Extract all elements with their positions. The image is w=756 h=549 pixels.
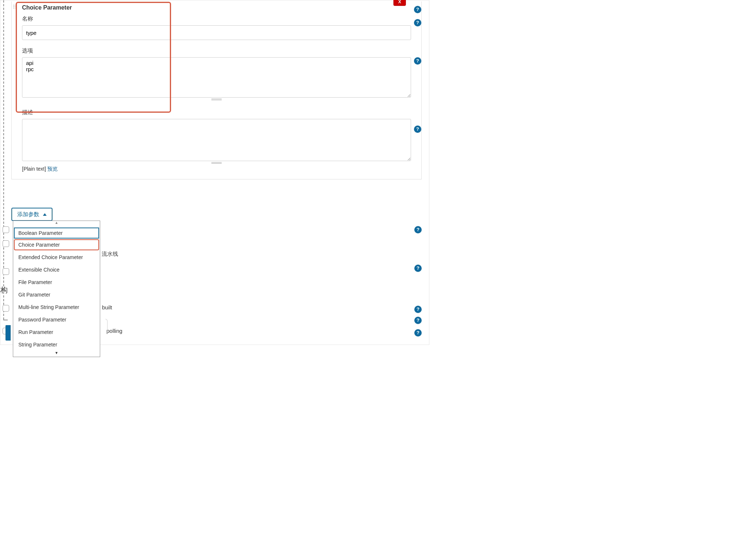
name-input[interactable]	[22, 25, 411, 40]
panel-inner: ? ? ? ? Choice Parameter 名称 选项 描述 [Plain…	[12, 1, 421, 179]
dropdown-item-git-parameter[interactable]: Git Parameter	[13, 288, 100, 301]
dropdown-item-extensible-choice[interactable]: Extensible Choice	[13, 263, 100, 276]
preview-link[interactable]: 预览	[47, 166, 58, 172]
background-text-fragment: built	[102, 304, 112, 310]
add-parameter-button[interactable]: 添加参数	[11, 208, 52, 221]
section-active-tab-indicator	[6, 325, 11, 341]
add-parameter-dropdown: ▲ Boolean Parameter Choice Parameter Ext…	[13, 221, 100, 357]
caret-up-icon	[43, 213, 47, 216]
dropdown-item-string-parameter[interactable]: String Parameter	[13, 338, 100, 351]
plain-text-label: [Plain text]	[22, 166, 46, 172]
background-checkbox[interactable]	[3, 305, 9, 312]
add-parameter-label: 添加参数	[17, 211, 39, 218]
background-text-fragment: polling	[106, 328, 122, 334]
help-icon[interactable]: ?	[414, 126, 421, 133]
help-icon[interactable]: ?	[414, 265, 422, 272]
choices-textarea[interactable]	[22, 57, 411, 98]
dropdown-item-run-parameter[interactable]: Run Parameter	[13, 326, 100, 338]
dropdown-item-choice-parameter[interactable]: Choice Parameter	[14, 239, 99, 250]
dropdown-item-password-parameter[interactable]: Password Parameter	[13, 313, 100, 326]
choice-parameter-panel: X ? ? ? ? Choice Parameter 名称 选项 描述 [Pla…	[11, 1, 422, 179]
drag-region-border-bottom	[3, 320, 8, 320]
background-checkbox[interactable]	[3, 226, 9, 233]
parameter-type-title: Choice Parameter	[22, 4, 411, 11]
help-icon[interactable]: ?	[414, 306, 422, 313]
dropdown-item-boolean-parameter[interactable]: Boolean Parameter	[14, 228, 99, 239]
page-container: X ? ? ? ? Choice Parameter 名称 选项 描述 [Pla…	[0, 0, 429, 345]
background-text-fragment: 流水线	[102, 251, 118, 258]
choices-label: 选项	[22, 47, 411, 54]
dropdown-item-extended-choice-parameter[interactable]: Extended Choice Parameter	[13, 251, 100, 263]
description-format-row: [Plain text] 预览	[22, 166, 411, 172]
help-icon[interactable]: ?	[414, 19, 421, 26]
description-textarea[interactable]	[22, 119, 411, 161]
description-label: 描述	[22, 109, 411, 116]
name-label: 名称	[22, 15, 411, 22]
dropdown-item-file-parameter[interactable]: File Parameter	[13, 276, 100, 288]
dropdown-item-multiline-string-parameter[interactable]: Multi-line String Parameter	[13, 301, 100, 313]
help-icon[interactable]: ?	[414, 329, 422, 337]
background-section-header-fragment: 构	[0, 285, 8, 295]
help-icon[interactable]: ?	[414, 226, 422, 233]
help-icon[interactable]: ?	[414, 6, 421, 13]
dropdown-scroll-down[interactable]: ▼	[13, 351, 100, 357]
help-icon[interactable]: ?	[414, 57, 421, 65]
dropdown-scroll-up[interactable]: ▲	[13, 221, 100, 227]
background-checkbox[interactable]	[3, 240, 9, 247]
background-checkbox[interactable]	[3, 268, 9, 275]
help-icon[interactable]: ?	[414, 317, 422, 324]
background-panel-edge	[105, 319, 108, 334]
resize-grip[interactable]	[22, 162, 411, 164]
